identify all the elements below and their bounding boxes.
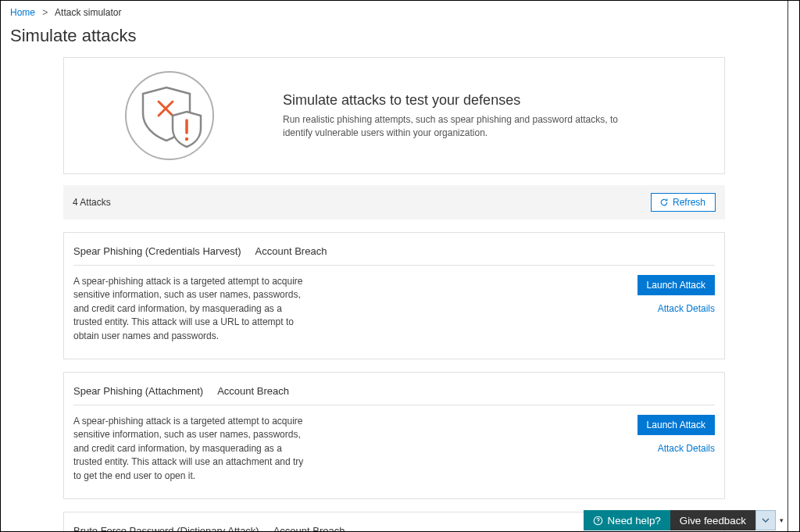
refresh-icon — [659, 198, 669, 207]
breadcrumb-current: Attack simulator — [55, 7, 121, 18]
app-scroll-frame[interactable]: Home > Attack simulator Simulate attacks — [1, 1, 788, 532]
breadcrumb-separator: > — [42, 7, 48, 18]
question-circle-icon — [593, 516, 603, 526]
attack-card: Spear Phishing (Credentials Harvest) Acc… — [63, 232, 725, 359]
attack-details-link[interactable]: Attack Details — [638, 443, 715, 454]
hero-title: Simulate attacks to test your defenses — [283, 92, 642, 109]
launch-attack-button[interactable]: Launch Attack — [638, 275, 715, 295]
hero-description: Run realistic phishing attempts, such as… — [283, 113, 642, 140]
svg-point-6 — [598, 522, 598, 523]
hero-card: Simulate attacks to test your defenses R… — [63, 57, 725, 174]
refresh-label: Refresh — [673, 197, 705, 208]
page-title: Simulate attacks — [1, 23, 788, 57]
attack-description: A spear-phishing attack is a targeted at… — [73, 415, 308, 483]
hero-illustration — [72, 69, 267, 162]
attack-card: Spear Phishing (Attachment) Account Brea… — [63, 372, 725, 499]
attack-name: Spear Phishing (Credentials Harvest) — [73, 245, 241, 257]
feedback-dropdown-button[interactable] — [755, 510, 776, 530]
refresh-button[interactable]: Refresh — [651, 193, 716, 212]
need-help-label: Need help? — [608, 515, 661, 527]
attacks-count: 4 Attacks — [73, 197, 111, 208]
chevron-down-icon — [762, 516, 770, 524]
give-feedback-button[interactable]: Give feedback — [670, 510, 755, 530]
attack-category: Account Breach — [273, 525, 345, 532]
attacks-summary-bar: 4 Attacks Refresh — [63, 185, 725, 220]
shield-alert-icon — [123, 69, 216, 162]
need-help-button[interactable]: Need help? — [584, 510, 670, 530]
svg-point-4 — [185, 137, 188, 141]
feedback-menu-caret[interactable]: ▾ — [776, 510, 787, 530]
attack-name: Spear Phishing (Attachment) — [73, 385, 203, 397]
attack-description: A spear-phishing attack is a targeted at… — [73, 275, 308, 343]
attack-category: Account Breach — [255, 245, 327, 257]
attack-details-link[interactable]: Attack Details — [638, 303, 715, 314]
bottom-action-bar: Need help? Give feedback ▾ — [584, 510, 787, 530]
attack-category: Account Breach — [217, 385, 289, 397]
breadcrumb-home-link[interactable]: Home — [10, 7, 35, 18]
breadcrumb: Home > Attack simulator — [1, 1, 788, 23]
attack-name: Brute Force Password (Dictionary Attack) — [73, 525, 259, 532]
launch-attack-button[interactable]: Launch Attack — [638, 415, 715, 435]
